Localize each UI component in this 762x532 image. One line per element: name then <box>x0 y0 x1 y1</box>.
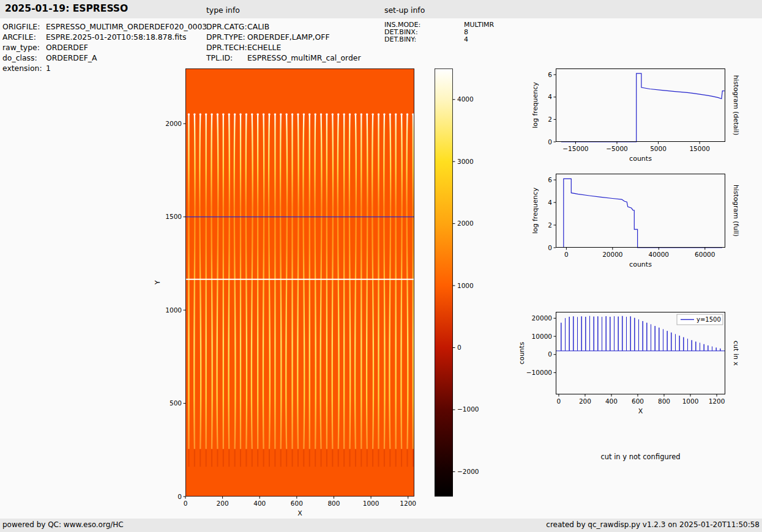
svg-text:log frequency: log frequency <box>531 82 539 128</box>
svg-text:500: 500 <box>170 399 182 407</box>
field-value: 1 <box>46 64 51 73</box>
footer-left-text: powered by QC: www.eso.org/HC <box>2 520 124 529</box>
svg-text:60000: 60000 <box>695 251 715 258</box>
svg-text:histogram (detail): histogram (detail) <box>732 75 740 136</box>
legend: y=1500 <box>677 314 723 325</box>
field-label: raw_type: <box>2 43 40 52</box>
footer-bar: powered by QC: www.eso.org/HC created by… <box>0 519 762 532</box>
svg-text:X: X <box>638 407 643 415</box>
svg-text:4: 4 <box>548 93 552 100</box>
svg-text:log frequency: log frequency <box>531 187 539 234</box>
field-value: 4 <box>464 35 468 43</box>
svg-text:3000: 3000 <box>457 158 474 165</box>
svg-text:1000: 1000 <box>165 306 182 314</box>
setup-info-heading: set-up info <box>384 6 425 15</box>
svg-text:0: 0 <box>548 244 552 251</box>
field-value: ORDERDEF <box>46 43 88 52</box>
svg-text:10000: 10000 <box>532 333 552 340</box>
svg-text:−10000: −10000 <box>526 369 552 376</box>
svg-text:2: 2 <box>548 116 552 123</box>
svg-text:0: 0 <box>557 397 561 405</box>
colorbar: 40003000200010000−1000−2000 <box>435 68 453 497</box>
svg-text:histogram (full): histogram (full) <box>732 185 740 237</box>
svg-text:0: 0 <box>548 350 552 358</box>
svg-text:counts: counts <box>518 342 526 364</box>
svg-text:−15000: −15000 <box>562 145 588 152</box>
svg-text:1000: 1000 <box>363 500 379 507</box>
raw-image-plot: 0200400600800100012000500100015002000XY <box>185 68 414 497</box>
field-label: ORIGFILE: <box>2 22 40 31</box>
field-label: DET.BINY: <box>384 35 416 43</box>
histogram-detail-plot: −15000−50005000150000246countslog freque… <box>556 68 725 142</box>
svg-text:2000: 2000 <box>165 120 182 127</box>
svg-text:4000: 4000 <box>457 95 474 103</box>
field-value: ESPRESSO_multiMR_cal_order <box>247 53 361 62</box>
svg-text:1200: 1200 <box>400 500 416 507</box>
svg-text:0: 0 <box>184 500 188 507</box>
footer-right-text: created by qc_rawdisp.py v1.2.3 on 2025-… <box>546 520 760 529</box>
page-title: 2025-01-19: ESPRESSO <box>5 3 128 14</box>
svg-text:6: 6 <box>548 176 552 183</box>
svg-text:−1000: −1000 <box>457 405 479 413</box>
header-bar: 2025-01-19: ESPRESSO type info set-up in… <box>0 0 762 18</box>
svg-text:0: 0 <box>457 344 461 351</box>
svg-text:20000: 20000 <box>532 314 552 322</box>
svg-text:0: 0 <box>564 251 569 258</box>
field-value: ORDERDEF_A <box>46 53 97 62</box>
field-value: ESPRE.2025-01-20T10:58:18.878.fits <box>46 32 186 42</box>
svg-text:2000: 2000 <box>457 220 474 227</box>
svg-text:800: 800 <box>327 500 340 507</box>
field-label: do_class: <box>2 53 37 62</box>
cut-in-x-plot: y=1500020040060080010001200−100000100002… <box>556 312 725 394</box>
svg-text:600: 600 <box>291 500 303 507</box>
svg-text:0: 0 <box>177 493 182 500</box>
field-value: CALIB <box>247 22 269 31</box>
svg-text:counts: counts <box>629 260 652 268</box>
field-label: DPR.TECH: <box>206 43 247 52</box>
histogram-full-plot: 02000040000600000246countslog frequencyh… <box>556 174 725 248</box>
svg-text:counts: counts <box>629 155 652 163</box>
svg-text:40000: 40000 <box>649 251 669 258</box>
svg-text:1200: 1200 <box>709 397 725 405</box>
svg-text:Y: Y <box>154 280 162 285</box>
svg-text:6: 6 <box>548 71 552 78</box>
svg-text:y=1500: y=1500 <box>697 316 721 323</box>
svg-text:800: 800 <box>658 397 670 405</box>
field-label: DPR.TYPE: <box>206 32 245 42</box>
field-value: ECHELLE <box>247 43 281 52</box>
svg-text:20000: 20000 <box>602 251 622 258</box>
svg-text:2: 2 <box>548 221 552 229</box>
svg-text:15000: 15000 <box>689 145 709 152</box>
svg-text:400: 400 <box>253 500 266 507</box>
svg-text:5000: 5000 <box>650 145 667 152</box>
svg-text:200: 200 <box>579 397 591 405</box>
svg-text:200: 200 <box>217 500 229 507</box>
svg-text:1000: 1000 <box>457 282 474 289</box>
svg-text:−2000: −2000 <box>457 468 479 475</box>
field-value: ESPRESSO_MULTIMR_ORDERDEF020_0003 <box>46 22 207 31</box>
svg-text:400: 400 <box>605 397 618 405</box>
svg-text:600: 600 <box>632 397 644 405</box>
svg-text:4: 4 <box>548 199 552 206</box>
field-label: TPL.ID: <box>206 53 233 62</box>
field-value: MULTIMR <box>464 21 494 29</box>
svg-text:−5000: −5000 <box>606 145 628 152</box>
field-label: extension: <box>2 64 42 73</box>
field-label: DPR.CATG: <box>206 22 247 31</box>
svg-text:0: 0 <box>548 138 552 146</box>
svg-text:1000: 1000 <box>682 397 699 405</box>
svg-text:cut in x: cut in x <box>732 341 740 366</box>
cut-in-y-note: cut in y not configured <box>556 453 725 461</box>
type-info-heading: type info <box>206 6 240 15</box>
field-value: ORDERDEF,LAMP,OFF <box>247 32 330 42</box>
field-label: ARCFILE: <box>2 32 36 42</box>
svg-text:X: X <box>297 509 302 517</box>
svg-text:1500: 1500 <box>165 213 182 220</box>
